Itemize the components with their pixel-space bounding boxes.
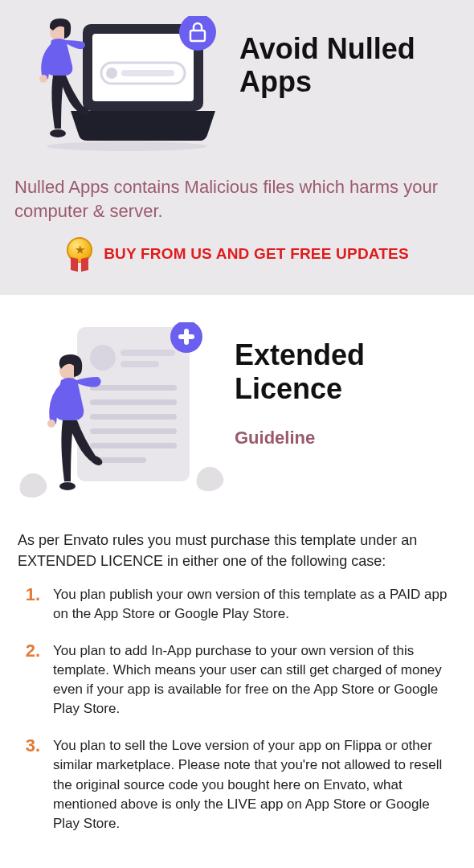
laptop-person-illustration [14,16,223,153]
cta-text: BUY FROM US AND GET FREE UPDATES [104,245,409,263]
svg-point-11 [47,141,207,151]
svg-rect-18 [90,414,177,420]
list-item: 3. You plan to sell the Love version of … [18,736,456,833]
section1-title: Avoid Nulled Apps [239,32,460,99]
svg-rect-20 [90,443,177,448]
section2-title-col: Extended Licence Guideline [235,322,460,448]
list-number: 2. [18,641,40,719]
svg-point-27 [59,482,76,490]
list-text: You plan publish your own version of thi… [53,585,456,624]
svg-point-3 [106,68,117,79]
hero-row-1: Avoid Nulled Apps [14,16,460,153]
list-item: 1. You plan publish your own version of … [18,585,456,624]
extended-licence-section: Extended Licence Guideline As per Envato… [0,295,474,868]
cta-row: BUY FROM US AND GET FREE UPDATES [14,237,460,271]
svg-point-8 [39,75,47,83]
list-text: You plan to sell the Love version of you… [53,736,456,833]
svg-point-26 [47,420,55,428]
svg-point-13 [90,345,116,371]
svg-rect-1 [92,34,194,101]
hero-row-2: Extended Licence Guideline [14,322,460,515]
svg-rect-15 [121,361,159,367]
medal-icon [65,237,94,271]
list-number: 1. [18,585,40,624]
licence-list: 1. You plan publish your own version of … [14,585,460,833]
svg-rect-19 [90,428,177,434]
avoid-nulled-section: Avoid Nulled Apps Nulled Apps contains M… [0,0,474,295]
section2-intro: As per Envato rules you must purchase th… [14,530,460,571]
section2-title: Extended Licence [235,338,460,405]
svg-rect-4 [121,70,174,76]
section2-subtitle: Guideline [235,428,460,448]
list-item: 2. You plan to add In-App purchase to yo… [18,641,456,719]
svg-rect-16 [90,385,177,391]
section1-subtitle: Nulled Apps contains Malicious files whi… [14,175,460,223]
svg-point-9 [50,129,66,137]
svg-rect-24 [178,334,194,339]
svg-rect-14 [121,350,175,356]
list-number: 3. [18,736,40,833]
list-text: You plan to add In-App purchase to your … [53,641,456,719]
document-person-illustration [14,322,223,515]
svg-rect-17 [90,399,177,405]
